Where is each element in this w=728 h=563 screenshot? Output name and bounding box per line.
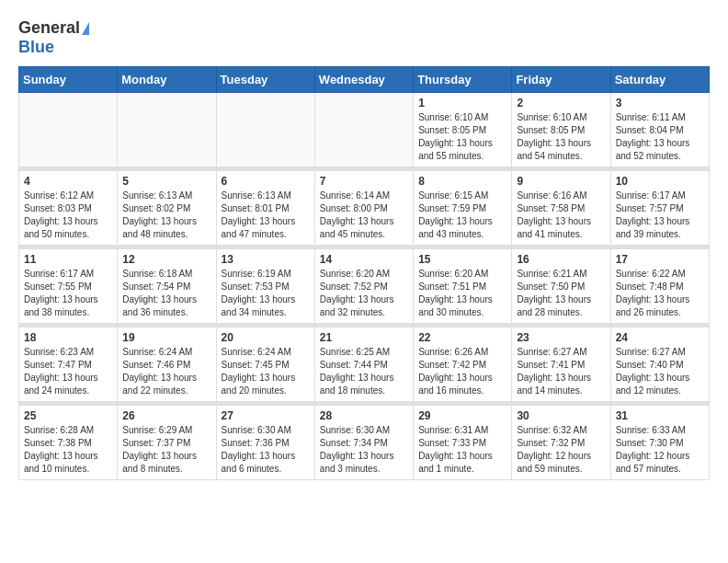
calendar-header-wednesday: Wednesday — [314, 67, 413, 93]
day-info: Sunrise: 6:21 AM Sunset: 7:50 PM Dayligh… — [517, 268, 605, 319]
calendar-cell: 20Sunrise: 6:24 AM Sunset: 7:45 PM Dayli… — [216, 327, 314, 402]
day-number: 17 — [616, 253, 704, 266]
day-number: 10 — [616, 175, 704, 188]
day-number: 21 — [320, 331, 408, 344]
day-number: 16 — [517, 253, 605, 266]
calendar-header-thursday: Thursday — [414, 67, 512, 93]
day-number: 28 — [320, 409, 408, 422]
day-info: Sunrise: 6:24 AM Sunset: 7:45 PM Dayligh… — [222, 346, 310, 397]
logo-general-text: General — [18, 18, 80, 38]
calendar-week-3: 11Sunrise: 6:17 AM Sunset: 7:55 PM Dayli… — [19, 249, 710, 324]
day-info: Sunrise: 6:14 AM Sunset: 8:00 PM Dayligh… — [320, 190, 408, 241]
day-number: 19 — [122, 331, 210, 344]
calendar-cell: 6Sunrise: 6:13 AM Sunset: 8:01 PM Daylig… — [216, 171, 314, 246]
day-info: Sunrise: 6:29 AM Sunset: 7:37 PM Dayligh… — [122, 424, 210, 476]
calendar-cell: 4Sunrise: 6:12 AM Sunset: 8:03 PM Daylig… — [19, 171, 118, 246]
calendar-cell: 9Sunrise: 6:16 AM Sunset: 7:58 PM Daylig… — [512, 171, 610, 246]
day-info: Sunrise: 6:17 AM Sunset: 7:57 PM Dayligh… — [616, 190, 704, 241]
calendar-header-row: SundayMondayTuesdayWednesdayThursdayFrid… — [19, 67, 710, 93]
calendar-cell — [118, 93, 216, 167]
day-number: 5 — [122, 175, 210, 188]
day-number: 25 — [24, 409, 112, 422]
calendar-header-tuesday: Tuesday — [216, 67, 314, 93]
day-number: 12 — [122, 253, 210, 266]
day-info: Sunrise: 6:30 AM Sunset: 7:36 PM Dayligh… — [222, 424, 310, 476]
day-info: Sunrise: 6:31 AM Sunset: 7:33 PM Dayligh… — [418, 424, 506, 476]
day-info: Sunrise: 6:23 AM Sunset: 7:47 PM Dayligh… — [24, 346, 112, 397]
day-number: 26 — [122, 409, 210, 422]
logo: General Blue — [18, 18, 89, 57]
calendar-cell: 30Sunrise: 6:32 AM Sunset: 7:32 PM Dayli… — [512, 406, 610, 480]
day-info: Sunrise: 6:13 AM Sunset: 8:01 PM Dayligh… — [222, 190, 310, 241]
calendar-cell: 15Sunrise: 6:20 AM Sunset: 7:51 PM Dayli… — [414, 249, 512, 324]
calendar-cell: 18Sunrise: 6:23 AM Sunset: 7:47 PM Dayli… — [19, 327, 118, 402]
calendar-week-2: 4Sunrise: 6:12 AM Sunset: 8:03 PM Daylig… — [19, 171, 710, 246]
calendar-cell: 14Sunrise: 6:20 AM Sunset: 7:52 PM Dayli… — [314, 249, 413, 324]
logo-icon — [82, 22, 89, 35]
day-info: Sunrise: 6:18 AM Sunset: 7:54 PM Dayligh… — [122, 268, 210, 319]
day-number: 27 — [222, 409, 310, 422]
calendar-cell: 7Sunrise: 6:14 AM Sunset: 8:00 PM Daylig… — [314, 171, 413, 246]
calendar-cell: 16Sunrise: 6:21 AM Sunset: 7:50 PM Dayli… — [512, 249, 610, 324]
day-number: 11 — [24, 253, 112, 266]
calendar-cell: 13Sunrise: 6:19 AM Sunset: 7:53 PM Dayli… — [216, 249, 314, 324]
day-number: 1 — [418, 97, 506, 109]
calendar-cell: 22Sunrise: 6:26 AM Sunset: 7:42 PM Dayli… — [414, 327, 512, 402]
day-number: 23 — [517, 331, 605, 344]
day-number: 4 — [24, 175, 112, 188]
calendar-cell: 3Sunrise: 6:11 AM Sunset: 8:04 PM Daylig… — [610, 93, 709, 167]
header: General Blue — [18, 18, 710, 57]
day-info: Sunrise: 6:26 AM Sunset: 7:42 PM Dayligh… — [418, 346, 506, 397]
calendar-cell: 10Sunrise: 6:17 AM Sunset: 7:57 PM Dayli… — [610, 171, 709, 246]
calendar-cell: 25Sunrise: 6:28 AM Sunset: 7:38 PM Dayli… — [19, 406, 118, 480]
calendar-week-1: 1Sunrise: 6:10 AM Sunset: 8:05 PM Daylig… — [19, 93, 710, 167]
day-info: Sunrise: 6:12 AM Sunset: 8:03 PM Dayligh… — [24, 190, 112, 241]
day-info: Sunrise: 6:20 AM Sunset: 7:51 PM Dayligh… — [418, 268, 506, 319]
calendar-cell — [216, 93, 314, 167]
day-info: Sunrise: 6:17 AM Sunset: 7:55 PM Dayligh… — [24, 268, 112, 319]
day-info: Sunrise: 6:27 AM Sunset: 7:41 PM Dayligh… — [517, 346, 605, 397]
calendar-cell — [19, 93, 118, 167]
day-info: Sunrise: 6:33 AM Sunset: 7:30 PM Dayligh… — [616, 424, 704, 476]
day-info: Sunrise: 6:25 AM Sunset: 7:44 PM Dayligh… — [320, 346, 408, 397]
calendar: SundayMondayTuesdayWednesdayThursdayFrid… — [18, 66, 710, 480]
day-info: Sunrise: 6:13 AM Sunset: 8:02 PM Dayligh… — [122, 190, 210, 241]
day-info: Sunrise: 6:27 AM Sunset: 7:40 PM Dayligh… — [616, 346, 704, 397]
calendar-cell: 8Sunrise: 6:15 AM Sunset: 7:59 PM Daylig… — [414, 171, 512, 246]
calendar-cell: 11Sunrise: 6:17 AM Sunset: 7:55 PM Dayli… — [19, 249, 118, 324]
day-info: Sunrise: 6:28 AM Sunset: 7:38 PM Dayligh… — [24, 424, 112, 476]
calendar-cell: 26Sunrise: 6:29 AM Sunset: 7:37 PM Dayli… — [118, 406, 216, 480]
day-info: Sunrise: 6:20 AM Sunset: 7:52 PM Dayligh… — [320, 268, 408, 319]
day-info: Sunrise: 6:16 AM Sunset: 7:58 PM Dayligh… — [517, 190, 605, 241]
calendar-cell: 31Sunrise: 6:33 AM Sunset: 7:30 PM Dayli… — [610, 406, 709, 480]
day-number: 6 — [222, 175, 310, 188]
day-info: Sunrise: 6:24 AM Sunset: 7:46 PM Dayligh… — [122, 346, 210, 397]
day-number: 22 — [418, 331, 506, 344]
day-number: 20 — [222, 331, 310, 344]
day-number: 14 — [320, 253, 408, 266]
day-number: 9 — [517, 175, 605, 188]
calendar-cell: 23Sunrise: 6:27 AM Sunset: 7:41 PM Dayli… — [512, 327, 610, 402]
day-number: 2 — [517, 97, 605, 109]
day-number: 8 — [418, 175, 506, 188]
calendar-cell: 2Sunrise: 6:10 AM Sunset: 8:05 PM Daylig… — [512, 93, 610, 167]
day-info: Sunrise: 6:10 AM Sunset: 8:05 PM Dayligh… — [418, 111, 506, 163]
day-number: 30 — [517, 409, 605, 422]
calendar-cell: 24Sunrise: 6:27 AM Sunset: 7:40 PM Dayli… — [610, 327, 709, 402]
calendar-header-friday: Friday — [512, 67, 610, 93]
day-number: 18 — [24, 331, 112, 344]
day-number: 3 — [616, 97, 704, 109]
day-number: 29 — [418, 409, 506, 422]
calendar-header-monday: Monday — [118, 67, 216, 93]
day-info: Sunrise: 6:32 AM Sunset: 7:32 PM Dayligh… — [517, 424, 605, 476]
calendar-header-sunday: Sunday — [19, 67, 118, 93]
calendar-cell — [314, 93, 413, 167]
calendar-cell: 27Sunrise: 6:30 AM Sunset: 7:36 PM Dayli… — [216, 406, 314, 480]
day-number: 13 — [222, 253, 310, 266]
calendar-week-4: 18Sunrise: 6:23 AM Sunset: 7:47 PM Dayli… — [19, 327, 710, 402]
day-number: 31 — [616, 409, 704, 422]
calendar-cell: 1Sunrise: 6:10 AM Sunset: 8:05 PM Daylig… — [414, 93, 512, 167]
day-info: Sunrise: 6:30 AM Sunset: 7:34 PM Dayligh… — [320, 424, 408, 476]
calendar-week-5: 25Sunrise: 6:28 AM Sunset: 7:38 PM Dayli… — [19, 406, 710, 480]
day-info: Sunrise: 6:11 AM Sunset: 8:04 PM Dayligh… — [616, 111, 704, 163]
